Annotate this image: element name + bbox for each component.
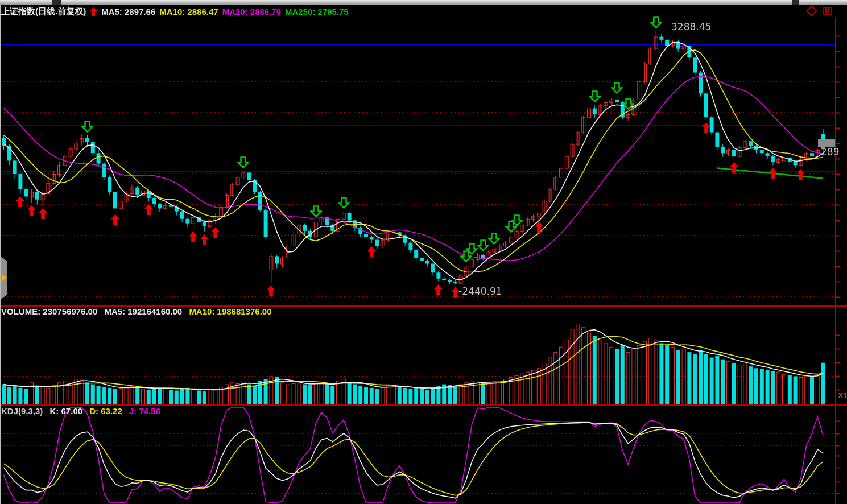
window-left-border xyxy=(0,5,1,504)
volume-ma10-value: MA10: 198681376.00 xyxy=(189,307,271,316)
symbol-title: 上证指数(日线.前复权) xyxy=(1,6,86,17)
kdj-d-value: D: 63.22 xyxy=(89,406,122,416)
volume-ma5-value: MA5: 192164160.00 xyxy=(104,307,182,316)
kdj-k-value: K: 67.00 xyxy=(50,406,83,416)
ma250-value: MA250: 2795.75 xyxy=(285,7,349,16)
peak-flag-icon: ⚑ xyxy=(652,17,658,25)
right-axis-line xyxy=(835,17,836,504)
trading-app-window: 上证指数(日线.前复权) MA5: 2897.66 MA10: 2886.47 … xyxy=(0,0,847,504)
up-arrow-icon xyxy=(90,7,97,16)
grid-window-icon[interactable] xyxy=(823,7,832,15)
kdj-label: KDJ(9,3,3) xyxy=(1,406,43,416)
volume-value: VOLUME: 230756976.00 xyxy=(1,307,97,316)
last-price-tag xyxy=(818,139,835,147)
kdj-j-value: J: 74.56 xyxy=(129,406,160,416)
sidebar-collapse-tab[interactable] xyxy=(0,256,7,300)
diamond-icon[interactable] xyxy=(806,5,817,16)
pane-separator xyxy=(0,404,847,406)
chart-header-bar: 上证指数(日线.前复权) MA5: 2897.66 MA10: 2886.47 … xyxy=(1,5,798,18)
low-price-label: ←2440.91 xyxy=(454,286,502,297)
kdj-pane-header: KDJ(9,3,3) K: 67.00 D: 63.22 J: 74.56 xyxy=(1,406,165,416)
last-price-text: 289 xyxy=(821,146,839,158)
ma20-value: MA20: 2886.79 xyxy=(222,7,281,16)
expand-arrow-icon xyxy=(2,274,6,282)
strip-notch xyxy=(792,0,799,5)
high-price-label: 3288.45 xyxy=(671,21,711,32)
strip-notch xyxy=(52,0,61,5)
scale-multiplier-label: X1 xyxy=(838,391,847,400)
window-top-strip xyxy=(0,0,847,5)
volume-pane-header: VOLUME: 230756976.00 MA5: 192164160.00 M… xyxy=(1,307,276,316)
chart-canvas[interactable] xyxy=(0,0,847,504)
ma10-value: MA10: 2886.47 xyxy=(159,7,218,16)
ma5-value: MA5: 2897.66 xyxy=(101,7,155,16)
